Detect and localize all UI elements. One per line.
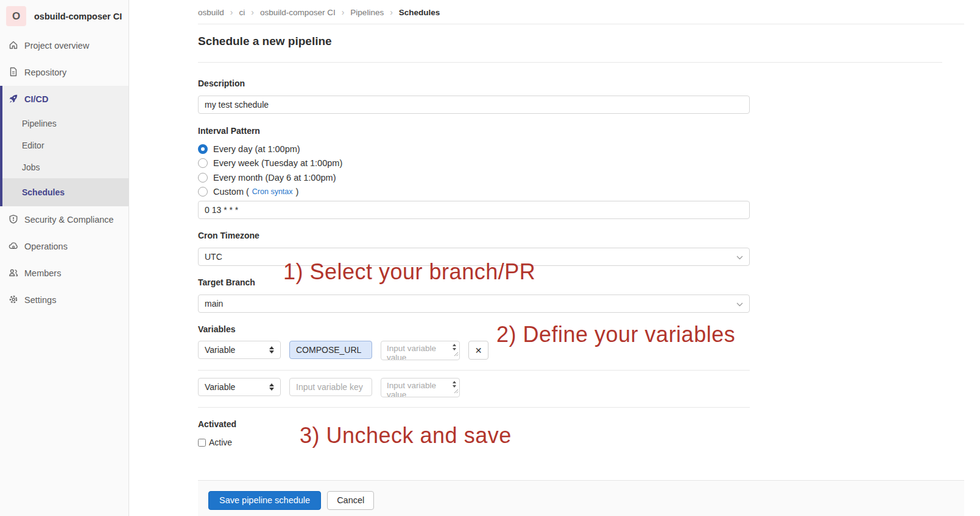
variable-value-wrap	[381, 341, 460, 360]
variable-row: Variable ✕	[198, 341, 750, 371]
sidebar-item-editor[interactable]: Editor	[2, 134, 129, 156]
sidebar-item-label: Editor	[22, 141, 44, 150]
home-icon	[9, 40, 18, 52]
variables-label: Variables	[198, 325, 980, 334]
sidebar-item-jobs[interactable]: Jobs	[2, 156, 129, 178]
breadcrumb-item[interactable]: osbuild-composer CI	[260, 8, 336, 17]
sidebar-item-schedules[interactable]: Schedules	[2, 178, 129, 206]
breadcrumb-separator-icon: ›	[251, 7, 254, 17]
page-title: Schedule a new pipeline	[198, 35, 980, 48]
variable-key-input[interactable]	[289, 378, 372, 396]
close-icon: ✕	[475, 346, 482, 355]
document-icon	[9, 67, 18, 78]
breadcrumb-separator-icon: ›	[390, 7, 393, 17]
cron-timezone-select[interactable]: UTC	[198, 248, 750, 266]
app-window: O osbuild-composer CI Project overview R…	[0, 0, 980, 516]
variable-key-input[interactable]	[289, 341, 372, 359]
sidebar-item-members[interactable]: Members	[0, 260, 129, 287]
resize-grip-icon[interactable]	[454, 385, 459, 396]
description-label: Description	[198, 79, 980, 88]
radio-label: Custom (	[213, 187, 249, 197]
variable-type-select[interactable]: Variable	[198, 378, 281, 396]
activated-label: Activated	[198, 420, 980, 429]
schedule-form: Schedule a new pipeline Description Inte…	[129, 35, 980, 516]
sidebar-item-label: Project overview	[24, 41, 89, 51]
breadcrumb: osbuild › ci › osbuild-composer CI › Pip…	[198, 7, 964, 24]
cron-syntax-link[interactable]: Cron syntax	[252, 187, 293, 196]
cron-pattern-input[interactable]	[198, 201, 750, 219]
gear-icon	[9, 295, 18, 306]
sidebar-item-security-compliance[interactable]: Security & Compliance	[0, 206, 129, 233]
users-icon	[9, 268, 18, 279]
selected-branch: main	[205, 299, 223, 309]
sidebar-item-repository[interactable]: Repository	[0, 59, 129, 86]
breadcrumb-item[interactable]: osbuild	[198, 8, 224, 17]
variable-type-value: Variable	[205, 382, 235, 392]
main-content: osbuild › ci › osbuild-composer CI › Pip…	[129, 0, 980, 516]
sidebar-nav: Project overview Repository CI/CD Pipeli…	[0, 32, 129, 313]
sidebar-item-project-overview[interactable]: Project overview	[0, 32, 129, 59]
breadcrumb-separator-icon: ›	[230, 7, 233, 17]
radio-label: Every month (Day 6 at 1:00pm)	[213, 173, 336, 183]
radio-every-month[interactable]	[198, 173, 208, 183]
variable-value-textarea[interactable]	[381, 341, 460, 360]
description-input[interactable]	[198, 96, 750, 114]
shield-icon	[9, 214, 18, 226]
chevron-down-icon	[736, 299, 743, 309]
sidebar-item-label: Security & Compliance	[24, 215, 114, 225]
chevron-down-icon	[736, 252, 743, 262]
project-avatar[interactable]: O	[6, 6, 26, 26]
sidebar-item-label: CI/CD	[24, 94, 48, 104]
sidebar-item-operations[interactable]: Operations	[0, 233, 129, 260]
divider	[198, 62, 942, 63]
active-checkbox[interactable]	[198, 439, 206, 447]
radio-every-week[interactable]	[198, 158, 208, 168]
sidebar-item-label: Repository	[24, 68, 66, 77]
interval-radio-group: Every day (at 1:00pm) Every week (Tuesda…	[198, 142, 980, 199]
cloud-gear-icon	[9, 241, 18, 253]
target-branch-label: Target Branch	[198, 278, 980, 287]
sidebar-item-label: Operations	[24, 242, 68, 251]
breadcrumb-item[interactable]: Pipelines	[350, 8, 384, 17]
remove-variable-button[interactable]: ✕	[468, 341, 488, 360]
radio-label: Every day (at 1:00pm)	[213, 144, 300, 154]
rocket-icon	[9, 94, 18, 105]
radio-custom[interactable]	[198, 187, 208, 197]
breadcrumb-item[interactable]: ci	[239, 8, 245, 17]
variable-type-value: Variable	[205, 345, 235, 355]
project-name: osbuild-composer CI	[34, 12, 122, 21]
cancel-button[interactable]: Cancel	[327, 491, 374, 510]
variable-type-select[interactable]: Variable	[198, 341, 281, 359]
up-down-arrows-icon	[269, 346, 274, 354]
breadcrumb-item-current[interactable]: Schedules	[399, 8, 440, 17]
target-branch-select[interactable]: main	[198, 295, 750, 313]
variable-value-textarea[interactable]	[381, 378, 460, 397]
sidebar-item-cicd[interactable]: CI/CD	[2, 86, 129, 113]
selected-timezone: UTC	[205, 252, 222, 262]
sidebar-item-label: Pipelines	[22, 119, 57, 128]
sidebar-item-label: Schedules	[22, 187, 65, 197]
active-checkbox-row: Active	[198, 438, 980, 447]
sidebar-item-pipelines[interactable]: Pipelines	[2, 113, 129, 134]
sidebar-item-settings[interactable]: Settings	[0, 287, 129, 313]
sidebar-section-cicd: CI/CD Pipelines Editor Jobs Schedules	[0, 86, 129, 206]
up-down-arrows-icon	[269, 383, 274, 391]
sidebar-item-label: Jobs	[22, 162, 40, 172]
sidebar: O osbuild-composer CI Project overview R…	[0, 0, 129, 516]
sidebar-item-label: Settings	[24, 295, 56, 305]
radio-every-day[interactable]	[198, 144, 208, 154]
breadcrumb-separator-icon: ›	[342, 7, 345, 17]
active-checkbox-label: Active	[209, 438, 232, 447]
radio-label: )	[296, 187, 299, 197]
variable-value-wrap	[381, 378, 460, 397]
variable-row: Variable	[198, 378, 750, 408]
sidebar-item-label: Members	[24, 268, 61, 278]
project-header[interactable]: O osbuild-composer CI	[0, 0, 129, 32]
interval-pattern-label: Interval Pattern	[198, 127, 980, 136]
save-pipeline-schedule-button[interactable]: Save pipeline schedule	[208, 491, 321, 510]
radio-label: Every week (Tuesday at 1:00pm)	[213, 158, 342, 168]
cron-timezone-label: Cron Timezone	[198, 231, 980, 240]
breadcrumb-bar: osbuild › ci › osbuild-composer CI › Pip…	[129, 0, 980, 24]
resize-grip-icon[interactable]	[454, 348, 459, 359]
form-actions: Save pipeline schedule Cancel	[198, 480, 964, 516]
